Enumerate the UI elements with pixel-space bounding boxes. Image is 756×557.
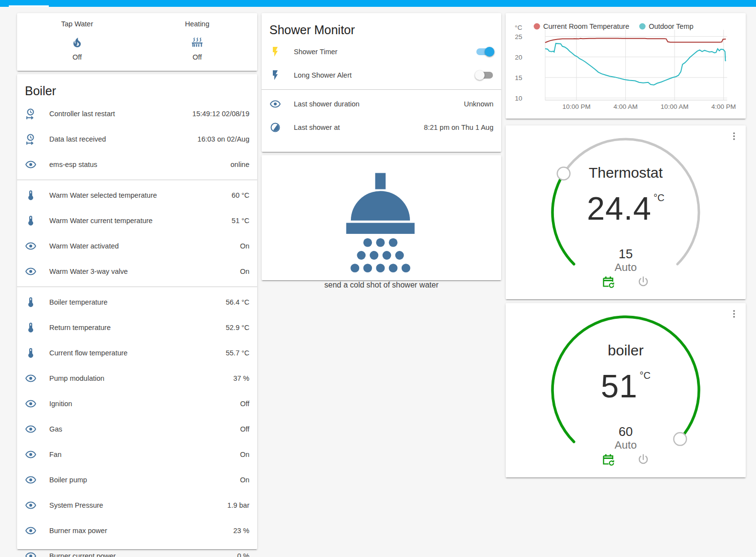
power-icon[interactable] [636,275,650,289]
setpoint-value: 60 [506,424,746,439]
svg-text:10:00 PM: 10:00 PM [562,103,591,110]
thermometer-icon [25,347,37,359]
thermometer-icon [25,189,37,201]
glance-label: Heating [185,20,209,33]
toggle-switch[interactable] [476,47,493,57]
entity-label: Warm Water activated [49,242,240,250]
entity-value: 15:49:12 02/08/19 [192,110,249,118]
entity-label: Controller last restart [49,110,192,118]
entity-label: Gas [49,425,240,433]
entity-label: Warm Water 3-way valve [49,268,240,275]
glance-state: Off [72,53,82,61]
entity-label: Burner current power [49,552,237,557]
divider [17,180,257,180]
shower-monitor-card: Shower Monitor Shower TimerLong Shower A… [262,13,501,152]
shower-action-card[interactable]: send a cold shot of shower water [262,155,501,280]
eye-icon [25,449,37,460]
entity-value: Off [240,400,249,408]
entity-label: Last shower duration [294,100,464,108]
card-title: Shower Monitor [262,13,501,40]
entity-row[interactable]: Boiler temperature56.4 °C [17,289,257,315]
glance-item-heating[interactable]: Heating Off [137,13,257,71]
entity-row[interactable]: Warm Water 3-way valveOn [17,259,257,284]
fire-icon [71,33,83,52]
entity-label: Return temperature [49,324,225,331]
entity-row[interactable]: Burner current power0 % [17,543,257,557]
entity-row[interactable]: Burner max power23 % [17,518,257,543]
eye-icon [25,240,37,252]
power-icon[interactable] [636,453,650,466]
flash-icon [269,46,281,58]
hvac-mode: Auto [506,261,746,274]
entity-row[interactable]: Warm Water activatedOn [17,233,257,259]
svg-text:4:00 PM: 4:00 PM [711,103,736,110]
history-chart: 1015202510:00 PM4:00 AM10:00 AM4:00 PM°C… [506,13,746,119]
entity-label: Warm Water current temperature [49,217,232,225]
shower-head-icon [345,173,418,274]
svg-text:°C: °C [515,24,522,31]
entity-value: 8:21 pm on Thu 1 Aug [424,124,493,131]
svg-text:25: 25 [515,33,522,41]
svg-text:20: 20 [515,54,522,61]
entity-row[interactable]: ems-esp statusonline [17,152,257,177]
entity-row[interactable]: Boiler pumpOn [17,467,257,493]
entity-row[interactable]: Current flow temperature55.7 °C [17,340,257,366]
entity-label: Warm Water selected temperature [49,191,232,199]
entity-row[interactable]: Controller last restart15:49:12 02/08/19 [17,101,257,126]
entity-row[interactable]: IgnitionOff [17,391,257,416]
temperature-unit: °C [639,370,650,381]
eye-icon [25,550,37,557]
temperature-unit: °C [654,192,664,203]
entity-row[interactable]: Data last received16:03 on 02/Aug [17,126,257,152]
entity-value: On [240,242,249,250]
entity-label: Long Shower Alert [294,71,476,79]
eye-icon [25,159,37,170]
entity-value: Off [240,425,249,433]
glance-item-tap-water[interactable]: Tap Water Off [17,13,137,71]
entity-row[interactable]: Last shower at8:21 pm on Thu 1 Aug [262,116,501,139]
eye-icon [269,98,281,110]
toggle-thumb[interactable] [475,70,485,80]
entity-value: 23 % [233,527,249,535]
entity-value: 55.7 °C [225,349,249,357]
entity-label: Boiler pump [49,476,240,484]
entity-row[interactable]: Return temperature52.9 °C [17,315,257,340]
glance-state: Off [192,53,202,61]
active-tab-indicator [9,5,49,7]
entity-label: System Pressure [49,501,227,509]
entity-row[interactable]: FanOn [17,442,257,467]
svg-text:10:00 AM: 10:00 AM [661,103,689,110]
eye-icon [25,266,37,277]
flash-icon [269,69,281,81]
eye-icon [25,398,37,410]
hvac-mode: Auto [506,439,746,452]
entity-value: 60 °C [232,191,249,199]
card-title: Boiler [17,74,257,101]
entity-row[interactable]: Warm Water current temperature51 °C [17,208,257,233]
entity-row[interactable]: GasOff [17,416,257,442]
app-header-bar [0,0,756,7]
entity-row[interactable]: Shower Timer [262,40,501,63]
toggle-thumb[interactable] [485,47,494,57]
calendar-sync-icon[interactable] [601,275,615,289]
entity-value: Unknown [464,100,493,108]
entity-row[interactable]: Long Shower Alert [262,63,501,87]
entity-label: Current flow temperature [49,349,225,357]
calendar-sync-icon[interactable] [601,453,615,466]
toggle-switch[interactable] [476,70,493,80]
eye-icon [25,372,37,384]
entity-row[interactable]: Warm Water selected temperature60 °C [17,183,257,208]
svg-text:Current Room Temperature: Current Room Temperature [543,22,629,30]
entity-value: 52.9 °C [225,324,249,331]
entity-rows: Controller last restart15:49:12 02/08/19… [17,101,257,557]
current-temperature: 51°C [506,368,746,405]
entity-row[interactable]: Last shower durationUnknown [262,92,501,116]
entity-value: 0 % [237,552,249,557]
entity-row[interactable]: Pump modulation37 % [17,366,257,391]
entity-row[interactable]: System Pressure1.9 bar [17,493,257,518]
svg-text:4:00 AM: 4:00 AM [613,103,638,110]
entity-value: online [230,161,249,168]
boiler-entities-card: Boiler Controller last restart15:49:12 0… [17,74,257,549]
svg-text:Outdoor Temp: Outdoor Temp [649,22,694,30]
status-glance-card: Tap Water Off Heating Off [17,13,257,71]
